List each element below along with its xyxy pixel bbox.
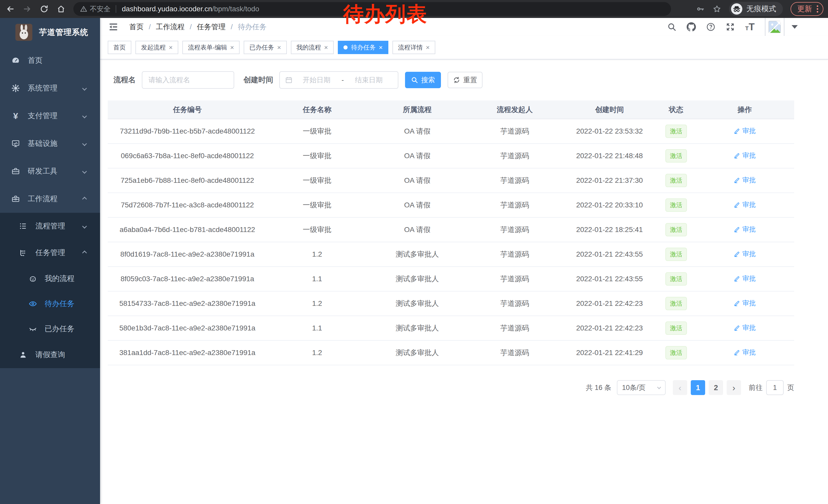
page-button-2[interactable]: 2 — [709, 380, 723, 395]
next-page-button[interactable]: › — [727, 380, 741, 395]
sidebar-item-workflow[interactable]: 工作流程 — [0, 185, 100, 213]
sidebar-item-home[interactable]: 首页 — [0, 47, 100, 74]
reload-icon[interactable] — [37, 2, 51, 16]
cell-task-name: 1.1 — [267, 267, 367, 291]
approve-link[interactable]: 审批 — [734, 151, 756, 160]
tab-start-process[interactable]: 发起流程× — [135, 41, 178, 54]
sidebar-item-label: 工作流程 — [28, 194, 57, 204]
cell-process: 测试多审批人 — [367, 316, 468, 340]
cell-starter: 芋道源码 — [467, 144, 562, 168]
date-range-input[interactable]: 开始日期 - 结束日期 — [279, 71, 398, 89]
update-button[interactable]: 更新 — [791, 2, 823, 16]
bookmark-star-icon[interactable] — [713, 5, 721, 13]
approve-link[interactable]: 审批 — [734, 323, 756, 332]
tab-form-edit[interactable]: 流程表单-编辑× — [182, 41, 240, 54]
annotation-todo-list: 待办列表 — [343, 1, 427, 28]
sidebar-item-my-process[interactable]: 我的流程 — [0, 266, 100, 291]
status-badge: 激活 — [665, 149, 687, 163]
cell-task-name: 一级审批 — [267, 119, 367, 144]
approve-link[interactable]: 审批 — [734, 348, 756, 357]
font-size-icon[interactable]: TT — [745, 22, 755, 32]
eye-icon — [29, 300, 37, 308]
chevron-up-icon — [82, 250, 87, 255]
close-icon[interactable]: × — [277, 44, 281, 51]
sidebar-item-devtools[interactable]: 研发工具 — [0, 157, 100, 185]
sidebar-item-label: 基础设施 — [28, 138, 57, 149]
col-starter: 流程发起人 — [467, 100, 562, 119]
cell-task-id: 73211d9d-7b9b-11ec-b5b7-acde48001122 — [108, 119, 267, 144]
range-separator: - — [341, 76, 345, 84]
sidebar-item-todo-task[interactable]: 待办任务 — [0, 291, 100, 316]
help-icon[interactable] — [706, 22, 715, 32]
approve-link[interactable]: 审批 — [734, 249, 756, 259]
sidebar-item-leave-query[interactable]: 请假查询 — [0, 341, 100, 368]
breadcrumb-item[interactable]: 工作流程 — [156, 22, 185, 32]
tab-home[interactable]: 首页 — [108, 41, 131, 54]
tab-process-detail[interactable]: 流程详情× — [392, 41, 435, 54]
prev-page-button[interactable]: ‹ — [673, 380, 687, 395]
status-badge: 激活 — [665, 321, 687, 335]
page-header: 首页 / 工作流程 / 任务管理 / 待办任务 TT — [100, 18, 828, 36]
close-icon[interactable]: × — [169, 44, 173, 51]
approve-link[interactable]: 审批 — [734, 225, 756, 234]
home-icon[interactable] — [54, 2, 68, 16]
sidebar-item-system[interactable]: 系统管理 — [0, 74, 100, 102]
page-button-1[interactable]: 1 — [691, 380, 705, 395]
cell-starter: 芋道源码 — [467, 193, 562, 217]
cell-status: 激活 — [657, 144, 695, 168]
cell-create-time: 2022-01-21 22:43:55 — [562, 267, 657, 291]
sidebar-item-label: 请假查询 — [35, 350, 65, 360]
cell-create-time: 2022-01-21 22:42:23 — [562, 316, 657, 340]
tab-todo-task[interactable]: 待办任务× — [338, 41, 388, 54]
approve-link[interactable]: 审批 — [734, 176, 756, 185]
avatar[interactable] — [765, 17, 784, 37]
sidebar-item-payment[interactable]: ¥ 支付管理 — [0, 102, 100, 130]
pencil-icon — [734, 152, 740, 159]
url-domain: dashboard.yudao.iocoder.cn — [122, 5, 212, 13]
page-size-select[interactable]: 10条/页 — [617, 380, 666, 395]
cell-actions: 审批 — [695, 217, 794, 242]
forward-icon[interactable] — [20, 2, 34, 16]
close-icon[interactable]: × — [230, 44, 234, 51]
cell-task-name: 1.2 — [267, 340, 367, 365]
browser-menu-icon[interactable] — [817, 5, 818, 12]
github-icon[interactable] — [687, 22, 696, 32]
search-button[interactable]: 搜索 — [405, 72, 441, 88]
list-tree-icon — [19, 222, 27, 230]
sidebar-item-task-mgmt[interactable]: 任务管理 — [0, 239, 100, 266]
approve-link[interactable]: 审批 — [734, 200, 756, 209]
tab-my-process[interactable]: 我的流程× — [291, 41, 334, 54]
breadcrumb-item[interactable]: 首页 — [129, 22, 143, 32]
back-icon[interactable] — [4, 2, 17, 16]
reset-button[interactable]: 重置 — [448, 72, 483, 88]
cell-actions: 审批 — [695, 242, 794, 267]
tab-done-task[interactable]: 已办任务× — [244, 41, 287, 54]
approve-link[interactable]: 审批 — [734, 126, 756, 135]
approve-link[interactable]: 审批 — [734, 299, 756, 308]
avatar-dropdown-caret-icon[interactable] — [792, 25, 798, 29]
col-create-time: 创建时间 — [562, 100, 657, 119]
sidebar-item-done-task[interactable]: 已办任务 — [0, 316, 100, 341]
breadcrumb-item[interactable]: 任务管理 — [197, 22, 226, 32]
goto-page-input[interactable]: 1 — [766, 380, 784, 395]
search-icon[interactable] — [667, 22, 676, 32]
workflow-submenu: 流程管理 任务管理 我的流程 待办任务 已办任务 请假查询 — [0, 213, 100, 368]
app-logo-row[interactable]: 芋道管理系统 — [0, 18, 100, 47]
goto-label: 前往 — [749, 383, 762, 392]
approve-link[interactable]: 审批 — [734, 274, 756, 283]
process-name-input[interactable]: 请输入流程名 — [142, 71, 234, 89]
sidebar-fold-icon[interactable] — [108, 22, 119, 32]
sidebar-item-process-mgmt[interactable]: 流程管理 — [0, 213, 100, 239]
table-row: 75d72608-7b7f-11ec-a3c8-acde48001122 一级审… — [108, 193, 794, 217]
cell-process: 测试多审批人 — [367, 242, 468, 267]
cell-status: 激活 — [657, 193, 695, 217]
cell-task-id: 75d72608-7b7f-11ec-a3c8-acde48001122 — [108, 193, 267, 217]
close-icon[interactable]: × — [324, 44, 328, 51]
close-icon[interactable]: × — [426, 44, 430, 51]
close-icon[interactable]: × — [379, 44, 383, 51]
chevron-down-icon — [82, 169, 87, 174]
col-actions: 操作 — [695, 100, 794, 119]
password-key-icon[interactable] — [696, 5, 705, 13]
sidebar-item-infra[interactable]: 基础设施 — [0, 130, 100, 157]
fullscreen-icon[interactable] — [726, 22, 735, 32]
